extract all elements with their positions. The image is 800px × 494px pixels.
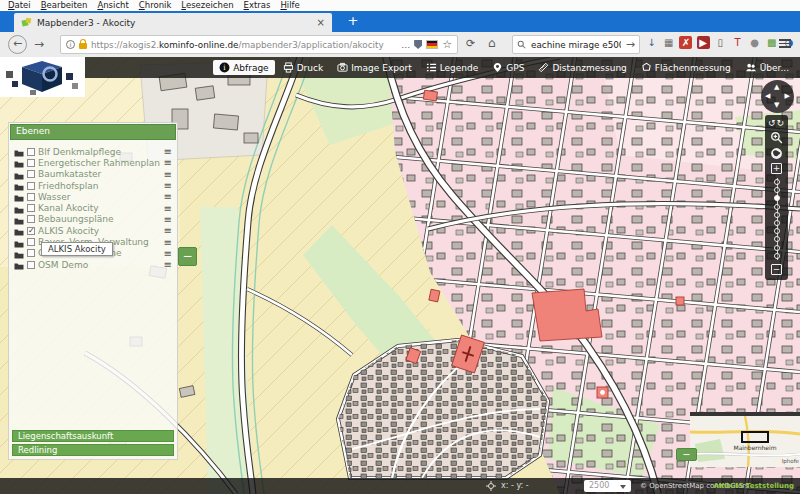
pin-dot-icon[interactable]: ● bbox=[748, 36, 761, 49]
zoom-box-icon[interactable] bbox=[770, 131, 783, 144]
layer-menu-icon[interactable]: ≡ bbox=[164, 214, 172, 225]
pan-left-icon[interactable]: ◀ bbox=[765, 93, 770, 100]
layer-menu-icon[interactable]: ≡ bbox=[164, 248, 172, 259]
toolbar-button-druck[interactable]: Druck bbox=[277, 60, 330, 75]
refresh-icon[interactable]: ⟳ bbox=[466, 37, 475, 50]
layer-checkbox[interactable] bbox=[27, 238, 35, 246]
layer-row[interactable]: Friedhofsplan≡ bbox=[11, 180, 175, 191]
toolbar-button-fl-chenmessung[interactable]: Flächenmessung bbox=[635, 60, 737, 75]
sidebar-button-liegenschaftsauskunft[interactable]: Liegenschaftsauskunft bbox=[12, 430, 174, 442]
toolbar-button-legende[interactable]: Legende bbox=[420, 60, 485, 75]
pan-up-icon[interactable]: ▲ bbox=[774, 84, 779, 91]
overview-toggle-button[interactable]: − bbox=[676, 448, 697, 461]
zoom-level-dot[interactable] bbox=[774, 228, 780, 234]
pan-right-icon[interactable]: ▶ bbox=[785, 93, 790, 100]
menu-bearbeiten[interactable]: Bearbeiten bbox=[36, 0, 93, 11]
text-tool-icon[interactable]: T bbox=[731, 36, 744, 49]
toolbar-button-gps[interactable]: GPS bbox=[486, 60, 530, 75]
toolbar-button-abfrage[interactable]: iAbfrage bbox=[213, 60, 275, 75]
scale-select[interactable]: 2500 bbox=[584, 480, 631, 492]
world-extent-icon[interactable] bbox=[770, 147, 783, 160]
layer-menu-icon[interactable]: ≡ bbox=[164, 146, 172, 157]
menu-datei[interactable]: Datei bbox=[3, 0, 36, 11]
layer-checkbox[interactable] bbox=[27, 182, 35, 190]
layer-checkbox[interactable]: ✓ bbox=[27, 227, 35, 235]
tab-close-icon[interactable]: × bbox=[317, 17, 325, 28]
layer-menu-icon[interactable]: ≡ bbox=[164, 169, 172, 180]
layer-checkbox[interactable] bbox=[27, 170, 35, 178]
sidebar-button-redlining[interactable]: Redlining bbox=[12, 444, 174, 456]
menu-icon[interactable] bbox=[779, 39, 791, 50]
home-icon[interactable]: ⌂ bbox=[488, 36, 496, 50]
layer-row[interactable]: Kanal Akocity≡ bbox=[11, 202, 175, 213]
layer-checkbox[interactable] bbox=[27, 148, 35, 156]
layer-row[interactable]: Wasser≡ bbox=[11, 191, 175, 202]
zoom-level-dot[interactable] bbox=[774, 253, 780, 259]
history-forward-icon[interactable]: ↻ bbox=[777, 118, 786, 128]
menu-extras[interactable]: Extras bbox=[239, 0, 276, 11]
menu-chronik[interactable]: Chronik bbox=[134, 0, 177, 11]
layer-row[interactable]: OSM Demo≡ bbox=[11, 259, 175, 270]
zoom-level-dot[interactable] bbox=[774, 187, 780, 193]
layer-menu-icon[interactable]: ≡ bbox=[164, 203, 172, 214]
video-download-icon[interactable]: ▶ bbox=[697, 36, 710, 49]
flag-icon[interactable] bbox=[426, 40, 438, 49]
extensions-grid-icon[interactable]: ▩ bbox=[765, 36, 778, 49]
layer-checkbox[interactable] bbox=[27, 215, 35, 223]
page-actions-icon[interactable]: … bbox=[401, 40, 410, 50]
layer-checkbox[interactable] bbox=[27, 193, 35, 201]
new-tab-button[interactable]: + bbox=[340, 11, 366, 32]
url-bar[interactable]: i https://akogis2.kominfo-online.de/mapb… bbox=[60, 35, 458, 54]
menu-ansicht[interactable]: Ansicht bbox=[92, 0, 133, 11]
menu-hilfe[interactable]: Hilfe bbox=[275, 0, 304, 11]
zoom-out-button[interactable]: − bbox=[771, 264, 782, 275]
adblock-icon[interactable]: ✗ bbox=[679, 36, 692, 49]
layer-menu-icon[interactable]: ≡ bbox=[164, 180, 172, 191]
download-icon[interactable]: ↓ bbox=[645, 36, 658, 49]
pan-down-icon[interactable]: ▼ bbox=[774, 102, 779, 109]
zoom-level-dot[interactable] bbox=[774, 220, 780, 226]
forward-icon[interactable]: → bbox=[34, 37, 44, 51]
layer-row[interactable]: Blf Denkmalpflege≡ bbox=[11, 146, 175, 157]
back-icon[interactable]: ← bbox=[8, 35, 27, 54]
layer-row[interactable]: Baumkataster≡ bbox=[11, 169, 175, 180]
zoom-slider[interactable] bbox=[774, 176, 780, 262]
lock-icon[interactable] bbox=[79, 43, 87, 49]
layer-checkbox[interactable] bbox=[27, 204, 35, 212]
layer-checkbox[interactable] bbox=[27, 249, 35, 257]
layer-menu-icon[interactable]: ≡ bbox=[164, 191, 172, 202]
site-info-icon[interactable]: i bbox=[66, 40, 75, 49]
sidebar-panel-icon[interactable]: ▯ bbox=[714, 36, 727, 49]
layer-checkbox[interactable] bbox=[27, 159, 35, 167]
overview-map[interactable]: Mainbernheim Iphofe bbox=[690, 412, 800, 467]
zoom-level-dot[interactable] bbox=[774, 179, 780, 185]
layer-menu-icon[interactable]: ≡ bbox=[164, 157, 172, 168]
bookmark-star-icon[interactable]: ☆ bbox=[442, 38, 452, 51]
zoom-in-button[interactable]: + bbox=[771, 163, 782, 174]
layer-menu-icon[interactable]: ≡ bbox=[164, 237, 172, 248]
zoom-level-dot[interactable] bbox=[774, 204, 780, 210]
toolbar-button-image-export[interactable]: Image Export bbox=[331, 60, 418, 75]
search-go-icon[interactable]: → bbox=[626, 38, 635, 51]
pan-control[interactable]: ▲ ▼ ◀ ▶ bbox=[761, 80, 794, 113]
browser-tab[interactable]: Mapbender3 - Akocity × bbox=[14, 13, 332, 32]
zoom-level-dot[interactable] bbox=[774, 212, 780, 218]
sidebar-collapse-button[interactable]: − bbox=[178, 247, 197, 266]
search-input[interactable] bbox=[529, 39, 623, 51]
search-box[interactable]: → bbox=[512, 35, 640, 54]
history-back-icon[interactable]: ↺ bbox=[768, 118, 777, 128]
menu-lesezeichen[interactable]: Lesezeichen bbox=[176, 0, 238, 11]
zoom-level-dot[interactable] bbox=[774, 195, 780, 201]
toolbar-button-distanzmessung[interactable]: Distanzmessung bbox=[532, 60, 632, 75]
shield-icon[interactable] bbox=[414, 40, 422, 49]
zoom-level-dot[interactable] bbox=[774, 236, 780, 242]
layer-menu-icon[interactable]: ≡ bbox=[164, 259, 172, 270]
layer-row[interactable]: Bebauungspläne≡ bbox=[11, 214, 175, 225]
zoom-level-dot[interactable] bbox=[774, 245, 780, 251]
layer-row[interactable]: Energetischer Rahmenplan≡ bbox=[11, 157, 175, 168]
tab-tiles-icon[interactable]: ▦ bbox=[662, 36, 675, 49]
layer-checkbox[interactable] bbox=[27, 261, 35, 269]
url-text[interactable]: https://akogis2.kominfo-online.de/mapben… bbox=[91, 40, 397, 50]
toolbar-button--ber-[interactable]: Über... bbox=[739, 60, 795, 75]
layer-menu-icon[interactable]: ≡ bbox=[164, 225, 172, 236]
